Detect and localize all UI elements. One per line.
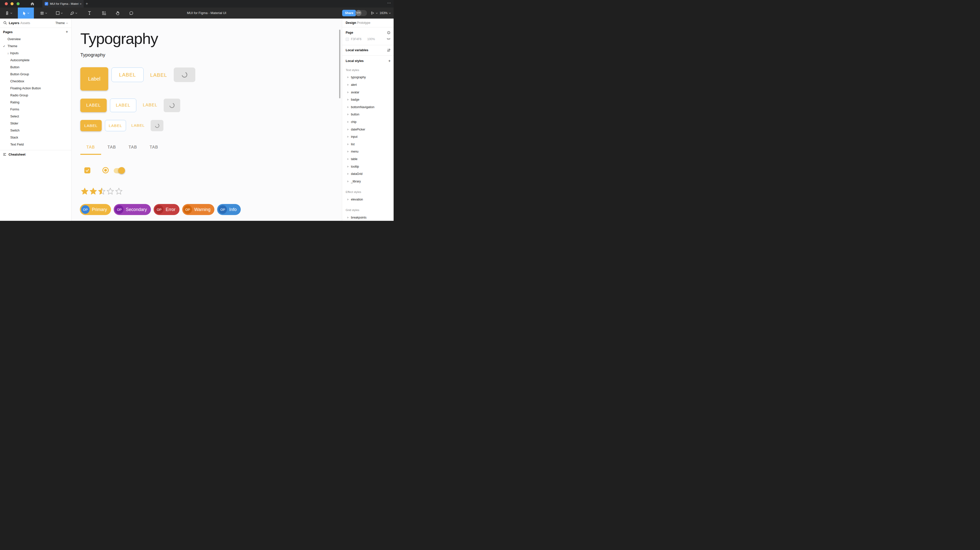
comment-tool-button[interactable]: [128, 8, 135, 19]
sidebar-page-item[interactable]: Checkbox: [0, 78, 71, 85]
close-window-button[interactable]: [5, 2, 8, 5]
sidebar-page-item[interactable]: Button Group: [0, 71, 71, 78]
disclosure-triangle-icon[interactable]: [347, 165, 349, 168]
style-item-breakpoints[interactable]: breakpoints: [342, 214, 394, 221]
fill-hex-value[interactable]: F3F4F6: [351, 37, 361, 41]
disclosure-triangle-icon[interactable]: [347, 106, 349, 108]
variables-icon[interactable]: [387, 48, 391, 52]
style-item-datePicker[interactable]: datePicker: [342, 126, 394, 133]
radio-selected[interactable]: [102, 167, 109, 173]
sidebar-item-cheatsheet[interactable]: Cheatsheet: [0, 151, 71, 158]
star-icon[interactable]: [115, 188, 123, 195]
canvas-scrollbar[interactable]: [339, 30, 340, 99]
hand-tool-button[interactable]: [115, 8, 121, 19]
sidebar-page-item[interactable]: Floating Action Button: [0, 85, 71, 92]
present-button[interactable]: [371, 8, 378, 19]
style-item-table[interactable]: table: [342, 155, 394, 163]
style-item-alert[interactable]: alert: [342, 81, 394, 89]
disclosure-triangle-icon[interactable]: [347, 143, 349, 145]
star-icon[interactable]: [98, 188, 106, 195]
chip-primary[interactable]: OPPrimary: [80, 204, 111, 215]
document-title[interactable]: MUI for Figma - Material UI: [187, 8, 226, 19]
add-style-button[interactable]: +: [388, 59, 391, 63]
style-item-dataGrid[interactable]: dataGrid: [342, 170, 394, 178]
checkbox-checked[interactable]: [84, 167, 91, 173]
disclosure-triangle-icon[interactable]: [347, 173, 349, 175]
pen-tool-button[interactable]: [67, 8, 80, 19]
eye-closed-icon[interactable]: [387, 37, 391, 40]
star-icon[interactable]: [81, 188, 89, 195]
window-overflow-menu-icon[interactable]: ⋯: [387, 1, 391, 5]
disclosure-triangle-icon[interactable]: [347, 113, 349, 115]
text-button-medium[interactable]: LABEL: [141, 102, 159, 108]
disclosure-triangle-icon[interactable]: [347, 121, 349, 123]
sidebar-page-item[interactable]: Autocomplete: [0, 57, 71, 64]
chip-secondary[interactable]: OPSecondary: [114, 204, 151, 215]
style-item-menu[interactable]: menu: [342, 148, 394, 156]
loading-button-large[interactable]: [174, 67, 195, 82]
sidebar-page-item[interactable]: Button: [0, 64, 71, 71]
dev-mode-toggle[interactable]: </>: [355, 10, 367, 16]
outlined-button-small[interactable]: LABEL: [105, 120, 126, 131]
tab-layers[interactable]: Layers: [9, 19, 19, 28]
tab-assets[interactable]: Assets: [20, 19, 30, 28]
disclosure-triangle-icon[interactable]: [347, 151, 349, 153]
home-icon[interactable]: [30, 2, 35, 6]
outlined-button-medium[interactable]: LABEL: [110, 99, 136, 112]
disclosure-triangle-icon[interactable]: [347, 129, 349, 130]
file-tab[interactable]: MUI for Figma - Material UI ×: [43, 0, 84, 8]
disclosure-triangle-icon[interactable]: [347, 76, 349, 78]
chip-warning[interactable]: OPWarning: [182, 204, 215, 215]
page-selector[interactable]: Theme: [56, 19, 68, 28]
disclosure-triangle-icon[interactable]: [347, 99, 349, 101]
sidebar-page-item[interactable]: Slider: [0, 120, 71, 127]
star-icon[interactable]: [107, 188, 114, 195]
style-item-chip[interactable]: chip: [342, 118, 394, 126]
disclosure-triangle-icon[interactable]: [347, 199, 349, 200]
sidebar-page-item[interactable]: Select: [0, 113, 71, 120]
sidebar-page-item[interactable]: Forms: [0, 106, 71, 113]
sidebar-page-item[interactable]: ↓Inputs: [0, 50, 71, 57]
loading-button-small[interactable]: [151, 120, 164, 131]
outlined-button-large[interactable]: LABEL: [111, 67, 143, 82]
style-item-badge[interactable]: badge: [342, 96, 394, 103]
close-tab-icon[interactable]: ×: [80, 2, 81, 6]
sidebar-page-item[interactable]: Stack: [0, 134, 71, 141]
add-page-button[interactable]: +: [66, 30, 68, 34]
canvas-tab-3[interactable]: TAB: [146, 143, 161, 151]
canvas-tab-1[interactable]: TAB: [104, 143, 119, 151]
actions-tool-button[interactable]: [101, 8, 107, 19]
search-icon[interactable]: [3, 21, 7, 26]
fill-opacity-value[interactable]: 100%: [367, 37, 375, 41]
text-button-small[interactable]: LABEL: [130, 122, 146, 129]
main-menu-button[interactable]: [3, 8, 14, 19]
disclosure-triangle-icon[interactable]: [347, 180, 349, 183]
style-item-avatar[interactable]: avatar: [342, 89, 394, 96]
disclosure-triangle-icon[interactable]: [347, 84, 349, 86]
chip-info[interactable]: OPInfo: [217, 204, 240, 215]
rating-stars[interactable]: [81, 188, 123, 195]
disclosure-triangle-icon[interactable]: [347, 91, 349, 93]
style-item-input[interactable]: input: [342, 133, 394, 140]
disclosure-triangle-icon[interactable]: [347, 216, 349, 219]
disclosure-triangle-icon[interactable]: [347, 158, 349, 160]
loading-button-medium[interactable]: [164, 99, 180, 112]
frame-tool-button[interactable]: [38, 8, 49, 19]
zoom-window-button[interactable]: [17, 2, 19, 5]
style-item-tooltip[interactable]: tooltip: [342, 163, 394, 170]
sidebar-page-item[interactable]: Radio Group: [0, 92, 71, 99]
chip-error[interactable]: OPError: [154, 204, 180, 215]
text-button-large[interactable]: LABEL: [149, 72, 169, 78]
style-item-bottomNavigation[interactable]: bottomNavigation: [342, 103, 394, 111]
style-item-list[interactable]: list: [342, 140, 394, 148]
tab-prototype[interactable]: Prototype: [357, 19, 371, 27]
styles-icon[interactable]: [387, 31, 391, 35]
new-tab-button[interactable]: +: [86, 0, 88, 7]
sidebar-page-item[interactable]: Text Field: [0, 141, 71, 148]
minimize-window-button[interactable]: [11, 2, 14, 5]
sidebar-page-item[interactable]: ✓Theme: [0, 43, 71, 50]
disclosure-triangle-icon[interactable]: [347, 136, 349, 138]
zoom-menu[interactable]: 163%: [380, 8, 391, 19]
contained-button-medium[interactable]: LABEL: [80, 99, 107, 112]
sidebar-page-item[interactable]: Switch: [0, 127, 71, 134]
